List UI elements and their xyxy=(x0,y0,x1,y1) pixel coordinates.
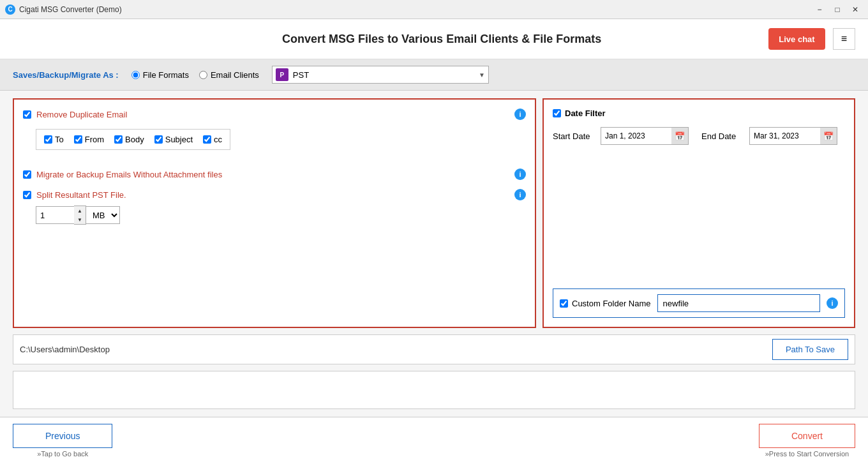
email-clients-radio-input[interactable] xyxy=(199,71,207,79)
spacer xyxy=(553,154,845,280)
sub-check-subject-input[interactable] xyxy=(154,135,163,144)
remove-duplicate-checkbox[interactable] xyxy=(23,110,31,119)
convert-button[interactable]: Convert xyxy=(759,424,855,448)
sub-check-cc[interactable]: cc xyxy=(203,135,222,144)
migrate-checkbox[interactable] xyxy=(23,170,31,179)
remove-duplicate-row: Remove Duplicate Email i xyxy=(23,109,526,120)
end-date-wrapper: 📅 xyxy=(749,127,837,145)
sub-check-cc-input[interactable] xyxy=(203,135,211,144)
title-bar-title: Cigati MSG Converter (Demo) xyxy=(19,5,122,14)
custom-folder-info-icon[interactable]: i xyxy=(827,297,838,309)
path-section: Path To Save xyxy=(13,334,855,364)
sub-check-from-input[interactable] xyxy=(74,135,82,144)
live-chat-button[interactable]: Live chat xyxy=(768,28,825,50)
end-date-calendar-button[interactable]: 📅 xyxy=(820,128,837,144)
split-input-group: ▲ ▼ MB GB KB xyxy=(36,206,526,225)
maximize-button[interactable]: □ xyxy=(830,3,845,16)
format-icon: P xyxy=(276,68,288,81)
date-filter-checkbox[interactable] xyxy=(553,109,561,117)
split-info-icon[interactable]: i xyxy=(514,189,526,200)
email-clients-radio[interactable]: Email Clients xyxy=(199,70,259,80)
sub-check-to[interactable]: To xyxy=(44,135,64,144)
title-bar-controls: − □ ✕ xyxy=(812,3,863,16)
sub-check-subject[interactable]: Subject xyxy=(154,135,193,144)
title-bar-left: C Cigati MSG Converter (Demo) xyxy=(5,4,122,15)
split-checkbox[interactable] xyxy=(23,191,31,199)
migrate-info-icon[interactable]: i xyxy=(514,168,526,180)
file-formats-radio[interactable]: File Formats xyxy=(131,70,189,80)
sub-check-body[interactable]: Body xyxy=(114,135,144,144)
custom-folder-label-row[interactable]: Custom Folder Name xyxy=(560,299,651,308)
spin-down-button[interactable]: ▼ xyxy=(74,215,86,224)
saves-label: Saves/Backup/Migrate As : xyxy=(13,70,119,80)
format-dropdown-wrapper: P PST PDF EML MSG MBOX HTML MHT XPS RTF … xyxy=(272,66,489,84)
start-date-input[interactable] xyxy=(601,128,671,144)
left-panel: Remove Duplicate Email i To From xyxy=(13,98,536,328)
close-button[interactable]: ✕ xyxy=(848,3,863,16)
custom-folder-input[interactable] xyxy=(657,294,820,312)
minimize-button[interactable]: − xyxy=(812,3,827,16)
start-date-wrapper: 📅 xyxy=(601,127,689,145)
split-unit-select[interactable]: MB GB KB xyxy=(86,206,120,224)
split-row: Split Resultant PST File. i xyxy=(23,189,526,200)
file-formats-radio-input[interactable] xyxy=(131,71,140,79)
split-section: Split Resultant PST File. i ▲ ▼ MB GB KB xyxy=(23,189,526,225)
split-spin-buttons: ▲ ▼ xyxy=(74,206,86,225)
date-filter-label: Date Filter xyxy=(565,109,606,118)
custom-folder-row: Custom Folder Name i xyxy=(553,288,845,318)
format-select[interactable]: PST PDF EML MSG MBOX HTML MHT XPS RTF DO… xyxy=(272,66,489,84)
split-number-input[interactable] xyxy=(36,206,74,224)
date-row: Start Date 📅 End Date 📅 xyxy=(553,127,845,145)
path-to-save-button[interactable]: Path To Save xyxy=(772,339,848,360)
custom-folder-checkbox[interactable] xyxy=(560,299,568,308)
title-bar: C Cigati MSG Converter (Demo) − □ ✕ xyxy=(0,0,868,19)
footer-left: Previous »Tap to Go back xyxy=(13,424,112,458)
convert-hint: »Press to Start Conversion xyxy=(765,450,849,458)
start-date-label: Start Date xyxy=(553,131,594,141)
page-title: Convert MSG Files to Various Email Clien… xyxy=(115,33,768,46)
previous-hint: »Tap to Go back xyxy=(37,450,88,458)
previous-button[interactable]: Previous xyxy=(13,424,112,448)
format-type-group: File Formats Email Clients xyxy=(131,70,259,80)
end-date-input[interactable] xyxy=(750,128,820,144)
end-date-label: End Date xyxy=(701,131,743,141)
sub-check-to-input[interactable] xyxy=(44,135,52,144)
log-area xyxy=(13,371,855,409)
app-icon: C xyxy=(5,4,15,15)
migrate-row: Migrate or Backup Emails Without Attachm… xyxy=(23,168,526,180)
migrate-label: Migrate or Backup Emails Without Attachm… xyxy=(36,170,222,179)
custom-folder-label-text: Custom Folder Name xyxy=(572,299,651,308)
remove-duplicate-info-icon[interactable]: i xyxy=(514,109,526,120)
footer: Previous »Tap to Go back Convert »Press … xyxy=(0,417,868,464)
toolbar-row: Saves/Backup/Migrate As : File Formats E… xyxy=(0,59,868,91)
sub-check-from[interactable]: From xyxy=(74,135,104,144)
menu-button[interactable]: ≡ xyxy=(833,28,855,50)
main-content: Convert MSG Files to Various Email Clien… xyxy=(0,19,868,464)
duplicate-sub-checkboxes: To From Body Subject xyxy=(36,129,230,150)
body-area: Remove Duplicate Email i To From xyxy=(0,91,868,417)
right-panel: Date Filter Start Date 📅 End Date 📅 xyxy=(542,98,855,328)
date-filter-header: Date Filter xyxy=(553,109,845,118)
path-input[interactable] xyxy=(20,345,760,354)
split-label: Split Resultant PST File. xyxy=(36,190,126,200)
spin-up-button[interactable]: ▲ xyxy=(74,206,86,215)
sub-check-body-input[interactable] xyxy=(114,135,123,144)
header: Convert MSG Files to Various Email Clien… xyxy=(0,19,868,59)
panels-row: Remove Duplicate Email i To From xyxy=(13,98,855,328)
footer-right: Convert »Press to Start Conversion xyxy=(759,424,855,458)
email-clients-label: Email Clients xyxy=(211,70,259,80)
file-formats-label: File Formats xyxy=(143,70,189,80)
start-date-calendar-button[interactable]: 📅 xyxy=(671,128,688,144)
remove-duplicate-label: Remove Duplicate Email xyxy=(36,110,127,119)
